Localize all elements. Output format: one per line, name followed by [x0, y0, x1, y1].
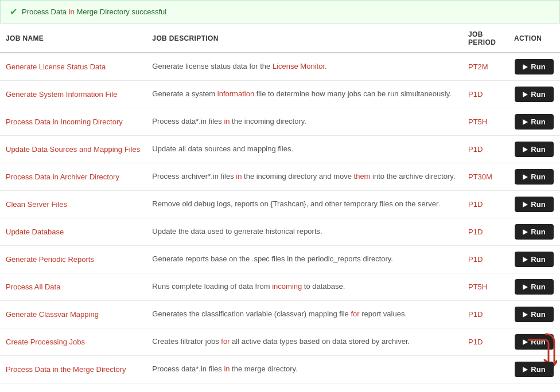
run-button[interactable]: Run: [515, 197, 553, 212]
job-name-link[interactable]: Generate Periodic Reports: [6, 255, 94, 264]
jobs-table-wrapper: JOB NAME JOB DESCRIPTION JOB PERIOD ACTI…: [0, 23, 560, 383]
job-description-cell: Generate a system information file to de…: [146, 81, 462, 108]
table-row: Update DatabaseUpdate the data used to g…: [0, 218, 560, 246]
job-name-cell: Update Data Sources and Mapping Files: [0, 136, 146, 163]
table-row: Clean Server FilesRemove old debug logs,…: [0, 191, 560, 218]
job-name-link[interactable]: Update Data Sources and Mapping Files: [6, 145, 140, 154]
run-button[interactable]: Run: [515, 114, 553, 130]
run-button[interactable]: Run: [515, 334, 553, 350]
run-button[interactable]: Run: [515, 142, 553, 157]
job-description-cell: Process data*.in files in the merge dire…: [146, 356, 462, 383]
job-period-cell: P1D: [462, 246, 508, 273]
table-row: Generate License Status DataGenerate lic…: [0, 53, 560, 81]
job-name-link[interactable]: Process Data in Archiver Directory: [6, 173, 119, 181]
run-label: Run: [531, 145, 545, 154]
run-button[interactable]: Run: [515, 59, 553, 75]
description-link-text: in: [224, 364, 230, 373]
job-name-cell: Generate Periodic Reports: [0, 246, 146, 273]
run-button[interactable]: Run: [515, 362, 553, 377]
job-description-cell: Remove old debug logs, reports on {Trash…: [146, 191, 462, 218]
job-name-cell: Process Data in Incoming Directory: [0, 108, 146, 136]
job-period-cell: P1D: [462, 301, 508, 328]
run-button[interactable]: Run: [515, 169, 553, 185]
job-name-cell: Clean Server Files: [0, 191, 146, 218]
description-link-text: in: [236, 172, 242, 181]
run-label: Run: [531, 173, 545, 181]
play-icon: [523, 257, 528, 262]
table-row: Process Data in the Merge DirectoryProce…: [0, 356, 560, 383]
play-icon: [523, 202, 528, 207]
job-name-cell: Generate System Information File: [0, 81, 146, 108]
play-icon: [523, 147, 528, 152]
job-action-cell: Run: [508, 53, 560, 81]
job-name-cell: Process Data in Archiver Directory: [0, 163, 146, 191]
description-link-text: for: [351, 309, 359, 318]
job-description-cell: Generate license status data for the Lic…: [146, 53, 462, 81]
col-header-action: ACTION: [508, 23, 560, 53]
run-button[interactable]: Run: [515, 87, 553, 102]
job-action-cell: Run: [508, 163, 560, 191]
success-text: Process Data in Merge Directory successf…: [22, 7, 166, 16]
table-row: Generate Classvar MappingGenerates the c…: [0, 301, 560, 328]
job-name-link[interactable]: Process All Data: [6, 283, 60, 291]
job-period-cell: [462, 356, 508, 383]
run-label: Run: [531, 62, 545, 71]
job-name-link[interactable]: Generate Classvar Mapping: [6, 310, 99, 319]
col-header-job-name: JOB NAME: [0, 23, 146, 53]
description-link-text: them: [354, 172, 371, 181]
job-name-link[interactable]: Update Database: [6, 228, 64, 236]
job-action-cell: Run: [508, 328, 560, 356]
job-name-link[interactable]: Generate License Status Data: [6, 62, 106, 71]
run-label: Run: [531, 228, 545, 236]
job-action-cell: Run: [508, 191, 560, 218]
job-name-cell: Update Database: [0, 218, 146, 246]
run-button[interactable]: Run: [515, 307, 553, 322]
job-name-cell: Create Processing Jobs: [0, 328, 146, 356]
job-period-cell: P1D: [462, 328, 508, 356]
play-icon: [523, 339, 528, 345]
play-icon: [523, 92, 528, 97]
play-icon: [523, 284, 528, 290]
run-label: Run: [531, 310, 545, 319]
table-row: Process Data in Incoming DirectoryProces…: [0, 108, 560, 136]
job-period-cell: PT30M: [462, 163, 508, 191]
job-name-link[interactable]: Process Data in Incoming Directory: [6, 117, 123, 126]
job-description-cell: Process archiver*.in files in the incomi…: [146, 163, 462, 191]
job-action-cell: Run: [508, 108, 560, 136]
run-label: Run: [531, 338, 545, 346]
table-row: Generate System Information FileGenerate…: [0, 81, 560, 108]
job-period-cell: P1D: [462, 81, 508, 108]
run-button[interactable]: Run: [515, 252, 553, 267]
job-action-cell: Run: [508, 273, 560, 301]
job-period-cell: PT2M: [462, 53, 508, 81]
job-description-cell: Update the data used to generate histori…: [146, 218, 462, 246]
description-link-text: incoming: [272, 282, 302, 291]
col-header-job-period: JOB PERIOD: [462, 23, 508, 53]
job-name-link[interactable]: Clean Server Files: [6, 200, 67, 209]
run-button[interactable]: Run: [515, 224, 553, 240]
job-action-cell: Run: [508, 81, 560, 108]
job-description-cell: Generate reports base on the .spec files…: [146, 246, 462, 273]
table-row: Update Data Sources and Mapping FilesUpd…: [0, 136, 560, 163]
job-action-cell: Run: [508, 356, 560, 383]
run-label: Run: [531, 117, 545, 126]
run-button[interactable]: Run: [515, 279, 553, 295]
description-link-text: for: [221, 337, 230, 346]
run-label: Run: [531, 90, 545, 99]
check-icon: ✔: [10, 6, 17, 17]
run-label: Run: [531, 283, 545, 291]
description-link-text: in: [224, 117, 230, 126]
table-row: Generate Periodic ReportsGenerate report…: [0, 246, 560, 273]
table-row: Create Processing JobsCreates filtrator …: [0, 328, 560, 356]
job-action-cell: Run: [508, 218, 560, 246]
run-label: Run: [531, 255, 545, 264]
job-name-link[interactable]: Generate System Information File: [6, 90, 117, 99]
description-link-text: information: [217, 89, 254, 98]
col-header-job-description: JOB DESCRIPTION: [146, 23, 462, 53]
job-name-link[interactable]: Create Processing Jobs: [6, 338, 85, 346]
play-icon: [523, 312, 528, 317]
job-name-link[interactable]: Process Data in the Merge Directory: [6, 365, 126, 374]
job-description-cell: Creates filtrator jobs for all active da…: [146, 328, 462, 356]
play-icon: [523, 174, 528, 180]
description-link-text: License Monitor: [273, 62, 325, 70]
